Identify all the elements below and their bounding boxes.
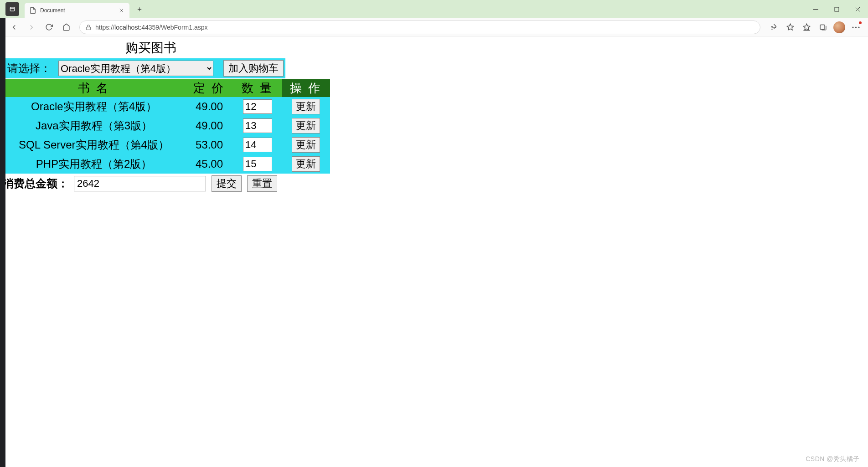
book-select[interactable]: Oracle实用教程（第4版） [58, 61, 213, 76]
table-row: Java实用教程（第3版） 49.00 更新 [3, 116, 330, 135]
svg-marker-9 [787, 24, 793, 30]
page-content: 购买图书 请选择： Oracle实用教程（第4版） 加入购物车 书名 定价 数量… [0, 36, 868, 195]
col-header-name: 书名 [3, 79, 185, 97]
nav-home-button[interactable] [58, 20, 74, 35]
svg-marker-10 [803, 24, 810, 30]
cell-qty [233, 154, 282, 174]
tab-title: Document [40, 7, 114, 14]
svg-rect-8 [86, 27, 90, 30]
selection-row: 请选择： Oracle实用教程（第4版） 加入购物车 [3, 58, 285, 78]
lock-icon [85, 24, 92, 31]
url-text: https://localhost:44359/WebForm1.aspx [95, 24, 207, 31]
total-row: 消费总金额： 提交 重置 [3, 175, 865, 192]
new-tab-button[interactable]: ＋ [133, 3, 146, 15]
cell-name: SQL Server实用教程（第4版） [3, 135, 185, 154]
favorite-button[interactable] [782, 20, 798, 35]
cell-op: 更新 [282, 97, 330, 116]
table-row: PHP实用教程（第2版） 45.00 更新 [3, 154, 330, 174]
total-label: 消费总金额： [3, 176, 68, 191]
watermark: CSDN @秃头橘子 [806, 455, 860, 463]
add-to-cart-button[interactable]: 加入购物车 [223, 60, 284, 77]
window-maximize-button[interactable] [826, 0, 847, 18]
menu-button[interactable] [848, 20, 863, 35]
cell-name: Oracle实用教程（第4版） [3, 97, 185, 116]
qty-input[interactable] [243, 118, 272, 133]
browser-toolbar: https://localhost:44359/WebForm1.aspx [0, 18, 868, 36]
url-host: localhost: [114, 24, 141, 31]
cell-op: 更新 [282, 154, 330, 174]
col-header-qty: 数量 [233, 79, 282, 97]
cell-qty [233, 116, 282, 135]
cell-name: Java实用教程（第3版） [3, 116, 185, 135]
read-aloud-button[interactable] [766, 20, 781, 35]
cell-op: 更新 [282, 135, 330, 154]
url-path: /WebForm1.aspx [159, 24, 207, 31]
select-label: 请选择： [5, 61, 54, 76]
url-port: 44359 [141, 24, 159, 31]
svg-point-13 [852, 26, 853, 28]
nav-refresh-button[interactable] [41, 20, 57, 35]
cell-name: PHP实用教程（第2版） [3, 154, 185, 174]
svg-rect-5 [835, 7, 839, 11]
table-row: Oracle实用教程（第4版） 49.00 更新 [3, 97, 330, 116]
cart-table: 书名 定价 数量 操作 Oracle实用教程（第4版） 49.00 更新 Jav… [3, 79, 330, 174]
reset-button[interactable]: 重置 [247, 175, 277, 192]
os-taskbar-left [0, 0, 5, 467]
cell-price: 53.00 [185, 135, 233, 154]
update-button[interactable]: 更新 [292, 137, 320, 153]
col-header-price: 定价 [185, 79, 233, 97]
browser-tab[interactable]: Document [25, 3, 129, 18]
url-prefix: https:// [95, 24, 114, 31]
table-header-row: 书名 定价 数量 操作 [3, 79, 330, 97]
update-button[interactable]: 更新 [292, 118, 320, 133]
svg-point-14 [855, 26, 856, 28]
cell-price: 45.00 [185, 154, 233, 174]
browser-titlebar: Document ＋ [0, 0, 868, 18]
tab-close-icon[interactable] [118, 7, 125, 14]
update-button[interactable]: 更新 [292, 156, 320, 172]
svg-rect-0 [10, 7, 14, 11]
window-minimize-button[interactable] [805, 0, 826, 18]
cell-qty [233, 135, 282, 154]
update-button[interactable]: 更新 [292, 99, 320, 114]
table-row: SQL Server实用教程（第4版） 53.00 更新 [3, 135, 330, 154]
address-bar[interactable]: https://localhost:44359/WebForm1.aspx [79, 21, 760, 34]
svg-point-15 [858, 26, 859, 28]
nav-forward-button[interactable] [24, 20, 39, 35]
qty-input[interactable] [243, 157, 272, 171]
submit-button[interactable]: 提交 [212, 175, 242, 192]
svg-rect-12 [820, 25, 825, 30]
favorites-list-button[interactable] [799, 20, 814, 35]
page-title: 购买图书 [3, 39, 299, 56]
total-input[interactable] [74, 176, 206, 191]
window-close-button[interactable] [847, 0, 868, 18]
qty-input[interactable] [243, 99, 272, 114]
col-header-op: 操作 [282, 79, 330, 97]
tab-actions-button[interactable] [5, 2, 19, 16]
qty-input[interactable] [243, 138, 272, 152]
cell-qty [233, 97, 282, 116]
cell-op: 更新 [282, 116, 330, 135]
window-controls [805, 0, 868, 18]
page-icon [29, 7, 36, 14]
profile-avatar[interactable] [833, 21, 845, 33]
collections-button[interactable] [815, 20, 831, 35]
cell-price: 49.00 [185, 97, 233, 116]
cell-price: 49.00 [185, 116, 233, 135]
nav-back-button[interactable] [6, 20, 22, 35]
